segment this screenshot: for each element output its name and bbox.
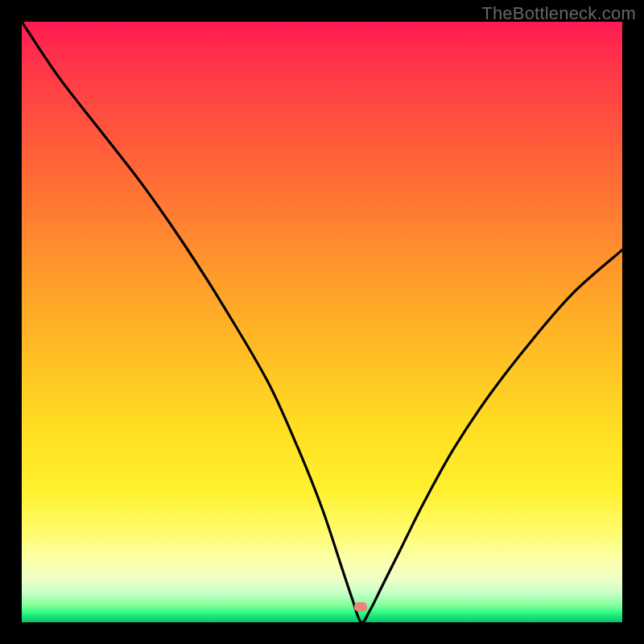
bottleneck-marker xyxy=(354,602,367,612)
chart-frame: TheBottleneck.com xyxy=(0,0,644,644)
bottleneck-curve xyxy=(22,22,622,622)
plot-area xyxy=(22,22,622,622)
watermark-text: TheBottleneck.com xyxy=(481,3,636,24)
